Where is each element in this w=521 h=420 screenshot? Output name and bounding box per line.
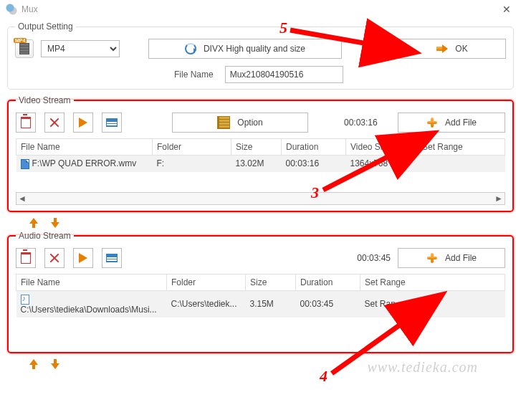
audio-clear-button[interactable] <box>16 248 36 268</box>
acol-size[interactable]: Size <box>246 274 296 290</box>
audio-props-button[interactable] <box>102 248 122 268</box>
video-total-duration: 00:03:16 <box>344 118 378 128</box>
trash-icon <box>21 117 31 128</box>
video-cell-folder: F: <box>153 156 231 172</box>
svg-line-1 <box>323 135 431 190</box>
titlebar: Mux ✕ <box>0 0 521 19</box>
output-legend: Output Setting <box>15 22 76 32</box>
audio-movedown-button[interactable] <box>49 359 62 369</box>
video-legend: Video Stream <box>16 95 74 105</box>
col-size[interactable]: Size <box>231 139 282 156</box>
video-hscrollbar[interactable]: ◄ ► <box>16 192 505 205</box>
video-moveup-button[interactable] <box>27 218 40 228</box>
col-folder[interactable]: Folder <box>153 139 231 156</box>
output-setting-group: Output Setting MP4 DIVX High quality and… <box>7 22 514 90</box>
video-cell-filename: F:\WP QUAD ERROR.wmv <box>32 158 137 168</box>
video-remove-button[interactable] <box>44 113 64 133</box>
app-icon <box>6 4 17 15</box>
film-icon <box>217 116 230 129</box>
audio-cell-folder: C:\Users\tediek... <box>167 290 246 317</box>
audio-remove-button[interactable] <box>44 248 64 268</box>
annotation-4: 4 <box>320 367 328 386</box>
video-addfile-label: Add File <box>445 118 477 128</box>
plus-icon <box>426 252 438 264</box>
audio-cell-filename: C:\Users\tedieka\Downloads\Musi... <box>21 305 157 315</box>
ok-arrow-icon <box>436 44 448 53</box>
plus-icon <box>426 117 438 128</box>
close-button[interactable]: ✕ <box>498 4 515 15</box>
play-icon <box>79 253 87 263</box>
video-reorder <box>27 218 521 228</box>
audio-file-icon <box>21 295 29 305</box>
filename-input[interactable] <box>225 66 343 83</box>
video-play-button[interactable] <box>73 113 93 133</box>
video-file-icon <box>21 159 29 169</box>
annotation-3: 3 <box>311 183 319 202</box>
scroll-right-icon[interactable]: ► <box>493 194 505 204</box>
trash-icon <box>21 252 31 264</box>
audio-cell-size: 3.15M <box>246 290 296 317</box>
profile-icon <box>185 43 196 54</box>
video-cell-size: 13.02M <box>231 156 282 172</box>
video-clear-button[interactable] <box>16 113 36 133</box>
window-title: Mux <box>21 4 38 14</box>
play-icon <box>79 118 87 128</box>
scroll-left-icon[interactable]: ◄ <box>16 194 28 204</box>
audio-play-button[interactable] <box>73 248 93 268</box>
x-icon <box>49 118 59 128</box>
acol-setrange[interactable]: Set Range <box>360 274 505 290</box>
annotation-arrow-3 <box>320 129 441 194</box>
filename-label: File Name <box>174 70 214 80</box>
format-select[interactable]: MP4 <box>41 40 120 57</box>
watermark: www.tedieka.com <box>367 359 478 376</box>
x-icon <box>49 253 59 263</box>
annotation-arrow-5 <box>287 24 423 60</box>
format-icon <box>15 39 34 58</box>
audio-header-row: File Name Folder Size Duration Set Range <box>16 274 505 290</box>
audio-moveup-button[interactable] <box>27 359 40 369</box>
col-filename[interactable]: File Name <box>16 139 153 156</box>
properties-icon <box>106 118 118 127</box>
audio-addfile-button[interactable]: Add File <box>398 248 505 268</box>
ok-label: OK <box>455 44 467 54</box>
video-props-button[interactable] <box>102 113 122 133</box>
acol-filename[interactable]: File Name <box>16 274 167 290</box>
video-option-label: Option <box>237 118 262 128</box>
audio-total-duration: 00:03:45 <box>357 253 391 263</box>
acol-folder[interactable]: Folder <box>167 274 246 290</box>
properties-icon <box>106 254 118 262</box>
video-option-button[interactable]: Option <box>172 113 308 133</box>
acol-duration[interactable]: Duration <box>296 274 360 290</box>
audio-legend: Audio Stream <box>16 231 74 241</box>
svg-line-0 <box>290 30 412 52</box>
video-movedown-button[interactable] <box>49 218 62 228</box>
audio-addfile-label: Add File <box>445 253 477 263</box>
